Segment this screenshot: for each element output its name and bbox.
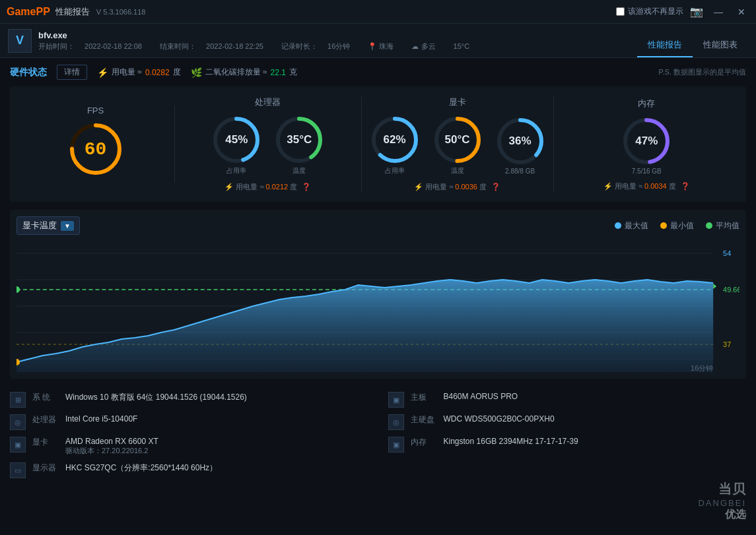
camera-icon[interactable]: 📷 xyxy=(690,5,703,18)
chart-select-label: 显卡温度 xyxy=(22,220,57,232)
cpu-info-icon: ◎ xyxy=(10,414,26,430)
chart-legend: 最大值 最小值 平均值 xyxy=(615,220,739,232)
section-label: 性能报告 xyxy=(55,6,90,18)
app-logo: GamePP xyxy=(7,6,50,18)
minimize-button[interactable]: — xyxy=(710,5,727,18)
legend-max-dot xyxy=(615,222,621,229)
ram-info-icon: ▣ xyxy=(388,437,404,453)
gpu-info-value: AMD Radeon RX 6600 XT xyxy=(65,437,158,446)
tab-chart[interactable]: 性能图表 xyxy=(693,34,748,57)
temperature: 15°C xyxy=(454,42,470,50)
tab-bar: 性能报告 性能图表 xyxy=(637,24,748,57)
ram-info-value: Kingston 16GB 2394MHz 17-17-17-39 xyxy=(444,437,578,446)
cpu-section: 处理器 45% 占用率 xyxy=(175,96,361,192)
game-info: bfv.exe 开始时间： 2022-02-18 22:08 结束时间： 202… xyxy=(38,30,637,51)
cpu-power-help[interactable]: ❓ xyxy=(302,183,311,191)
watermark-line1: 当贝 xyxy=(698,480,746,498)
ram-gauges: 47% 7.5/16 GB xyxy=(620,115,673,175)
legend-min-dot xyxy=(660,222,667,229)
monitor-value: HKC SG27QC（分辨率:2560*1440 60Hz） xyxy=(65,462,217,474)
no-show-label: 该游戏不再显示 xyxy=(628,6,683,17)
game-icon: V xyxy=(8,29,32,53)
svg-point-22 xyxy=(17,286,20,293)
ram-power-stat: ⚡ 用电量 ≈ 0.0034 度 ❓ xyxy=(603,181,690,191)
mobo-icon: ▣ xyxy=(388,392,404,408)
ssd-value: WDC WDS500G2B0C-00PXH0 xyxy=(444,414,555,424)
gpu-gauges: 62% 占用率 50°C xyxy=(368,113,547,175)
main-content: 硬件状态 详情 ⚡ 用电量 ≈ 0.0282 度 🌿 二氧化碳排放量 ≈ 22.… xyxy=(0,58,756,490)
legend-avg-label: 平均值 xyxy=(716,220,739,232)
gpu-info-icon: ▣ xyxy=(10,437,26,453)
co2-icon: 🌿 xyxy=(191,67,202,78)
chart-svg: 16分钟 54 49.66 37 xyxy=(17,240,739,372)
legend-avg-dot xyxy=(706,222,712,229)
ssd-label: 主硬盘 xyxy=(411,414,437,425)
sysinfo-section: ⊞ 系 统 Windows 10 教育版 64位 19044.1526 (190… xyxy=(10,387,746,484)
sysinfo-gpu-row: ▣ 显卡 AMD Radeon RX 6600 XT 驱动版本：27.20.22… xyxy=(10,437,368,456)
ram-usage-gauge: 47% xyxy=(620,115,673,168)
sysinfo-cpu-row: ◎ 处理器 Intel Core i5-10400F xyxy=(10,414,368,430)
legend-max-label: 最大值 xyxy=(625,220,648,232)
chart-select-dropdown[interactable]: 显卡温度 ▼ xyxy=(17,216,80,235)
tab-report[interactable]: 性能报告 xyxy=(637,34,693,57)
os-label: 系 统 xyxy=(32,392,59,403)
fps-gauge: 60 xyxy=(66,119,125,179)
legend-min: 最小值 xyxy=(660,220,694,232)
close-button[interactable]: ✕ xyxy=(734,5,749,18)
cpu-temp-text: 35°C xyxy=(287,134,312,146)
gpu-info-sub: 驱动版本：27.20.22016.2 xyxy=(65,446,158,456)
chart-area: 显卡温度 ▼ 最大值 最小值 平均值 xyxy=(10,210,746,379)
sysinfo-ram-row: ▣ 内存 Kingston 16GB 2394MHz 17-17-17-39 xyxy=(388,437,747,453)
svg-text:54: 54 xyxy=(723,249,731,257)
sysinfo-mobo-row: ▣ 主板 B460M AORUS PRO xyxy=(388,392,747,408)
gpu-usage-text: 62% xyxy=(384,134,406,146)
location: 📍 珠海 xyxy=(368,42,401,50)
weather: ☁ 多云 xyxy=(411,42,443,50)
gpu-info-block: AMD Radeon RX 6600 XT 驱动版本：27.20.22016.2 xyxy=(65,437,158,456)
sysinfo-monitor-row: ▭ 显示器 HKC SG27QC（分辨率:2560*1440 60Hz） xyxy=(10,462,368,478)
gpu-usage-gauge: 62% xyxy=(368,113,421,166)
monitor-label: 显示器 xyxy=(32,462,59,474)
legend-min-label: 最小值 xyxy=(670,220,694,232)
cpu-usage-gauge: 45% xyxy=(210,113,263,166)
detail-button[interactable]: 详情 xyxy=(57,65,87,80)
mobo-label: 主板 xyxy=(411,392,437,403)
ssd-icon: ◎ xyxy=(388,414,404,430)
power-icon-ram: ⚡ xyxy=(603,182,613,190)
svg-text:37: 37 xyxy=(723,340,731,348)
start-label: 开始时间： 2022-02-18 22:08 xyxy=(38,42,152,50)
sysinfo-left: ⊞ 系 统 Windows 10 教育版 64位 19044.1526 (190… xyxy=(10,392,368,478)
legend-max: 最大值 xyxy=(615,220,648,232)
version-label: V 5.3.1066.118 xyxy=(96,8,146,16)
sysinfo-ssd-row: ◎ 主硬盘 WDC WDS500G2B0C-00PXH0 xyxy=(388,414,747,430)
power-icon: ⚡ xyxy=(97,67,108,78)
duration-label: 记录时长： 16分钟 xyxy=(281,42,360,50)
gpu-power-stat: ⚡ 用电量 ≈ 0.0036 度 ❓ xyxy=(414,182,500,192)
cpu-usage-text: 45% xyxy=(225,134,248,146)
gpu-vram-text: 36% xyxy=(509,135,532,147)
end-label: 结束时间： 2022-02-18 22:25 xyxy=(160,42,273,50)
monitor-icon: ▭ xyxy=(10,462,26,478)
legend-avg: 平均值 xyxy=(706,220,739,232)
fps-label: FPS xyxy=(87,106,104,115)
ram-info-label: 内存 xyxy=(411,437,437,448)
gauges-row: FPS 60 处理器 xyxy=(10,86,746,202)
cpu-title: 处理器 xyxy=(255,96,281,108)
svg-text:49.66: 49.66 xyxy=(723,286,739,294)
ram-power-help[interactable]: ❓ xyxy=(681,182,690,190)
gpu-vram-gauge: 36% xyxy=(494,115,547,168)
ram-title: 内存 xyxy=(638,98,655,110)
dropdown-arrow-icon: ▼ xyxy=(61,221,74,231)
no-show-checkbox[interactable] xyxy=(616,7,625,16)
gpu-power-help[interactable]: ❓ xyxy=(491,183,500,191)
cpu-info-value: Intel Core i5-10400F xyxy=(65,414,137,424)
ram-usage-text: 47% xyxy=(635,135,658,147)
no-show-checkbox-area[interactable]: 该游戏不再显示 xyxy=(616,6,683,17)
gpu-info-label: 显卡 xyxy=(32,437,59,448)
watermark: 当贝 DANGBEI 优选 xyxy=(698,480,746,522)
fps-section: FPS 60 xyxy=(17,106,175,183)
co2-stat: 🌿 二氧化碳排放量 ≈ 22.1 克 xyxy=(191,67,297,78)
cpu-info-label: 处理器 xyxy=(32,414,59,425)
cpu-temp-gauge: 35°C xyxy=(273,113,326,166)
chart-header: 显卡温度 ▼ 最大值 最小值 平均值 xyxy=(17,216,739,235)
